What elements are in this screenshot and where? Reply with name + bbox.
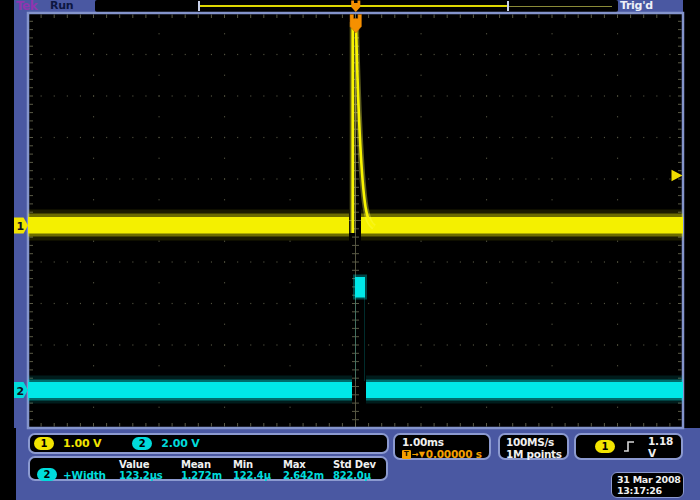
record-view-strip[interactable] (95, 0, 618, 12)
date-readout: 31 Mar 2008 (617, 474, 683, 485)
time-readout: 13:17:26 (617, 485, 683, 496)
trigger-status: Trig'd (620, 0, 653, 12)
record-length: 1M points (506, 448, 567, 460)
ch1-scale[interactable]: 1.00 V (63, 437, 101, 450)
record-window-left-bracket (198, 1, 200, 11)
datetime-box: 31 Mar 2008 13:17:26 (611, 472, 684, 498)
meas-name: +Width (63, 469, 106, 481)
trigger-level-arrow[interactable] (672, 170, 683, 181)
measurement-label: 2 +Width (37, 468, 106, 481)
trigger-source-badge: 1 (595, 440, 615, 453)
meas-mean: 1.272m (181, 470, 222, 481)
meas-header-stddev: Std Dev (333, 459, 376, 470)
ch1-badge[interactable]: 1 (34, 437, 54, 450)
ch1-spike-glow (353, 25, 374, 233)
ch1-spike (353, 25, 374, 233)
acquisition-status: Run (50, 0, 73, 12)
graticule-display: 1 2 (0, 0, 700, 500)
graticule-border (28, 13, 683, 428)
ch2-pulse-glow (353, 275, 367, 300)
ch2-badge[interactable]: 2 (132, 437, 152, 450)
trigger-readout-box[interactable]: 1 1.18 V (574, 433, 683, 460)
meas-header-mean: Mean (181, 459, 211, 470)
trigger-t-icon: T (402, 450, 411, 459)
left-strip (14, 13, 28, 428)
meas-header-value: Value (119, 459, 149, 470)
ch2-trace (28, 275, 683, 404)
meas-min: 122.4µ (233, 470, 271, 481)
meas-stddev: 822.0µ (333, 470, 371, 481)
meas-channel-badge: 2 (37, 468, 57, 481)
meas-max: 2.642m (283, 470, 324, 481)
ch1-trace (28, 25, 683, 241)
rising-edge-icon (623, 440, 635, 453)
tek-logo: Tek (16, 0, 37, 13)
top-status-bar: Tek Run Trig'd (14, 0, 683, 13)
trigger-position-marker[interactable] (350, 15, 362, 34)
ch2-pulse (355, 277, 365, 298)
meas-value: 123.2µs (119, 470, 163, 481)
record-window-line (200, 5, 508, 7)
record-window-right-bracket (507, 1, 509, 11)
meas-header-max: Max (283, 459, 306, 470)
trigger-arrow-icon: →▼ (412, 450, 425, 459)
graticule-grid (28, 13, 683, 428)
sample-rate: 100MS/s (506, 436, 567, 448)
trigger-level-readout: 1.18 V (648, 435, 681, 459)
measurement-bar[interactable]: Value Mean Min Max Std Dev 2 +Width 123.… (28, 456, 388, 481)
horizontal-readout-box[interactable]: 1.00ms T →▼ 0.00000 s (393, 433, 491, 460)
timebase-scale: 1.00ms (402, 436, 489, 448)
ch2-scale[interactable]: 2.00 V (161, 437, 199, 450)
channel-readout-bar[interactable]: 1 1.00 V 2 2.00 V (28, 433, 389, 454)
plot-background (28, 13, 683, 428)
trigger-position-readout: 0.00000 s (426, 448, 482, 460)
meas-header-min: Min (233, 459, 253, 470)
acquisition-readout-box[interactable]: 100MS/s 1M points (498, 433, 569, 460)
